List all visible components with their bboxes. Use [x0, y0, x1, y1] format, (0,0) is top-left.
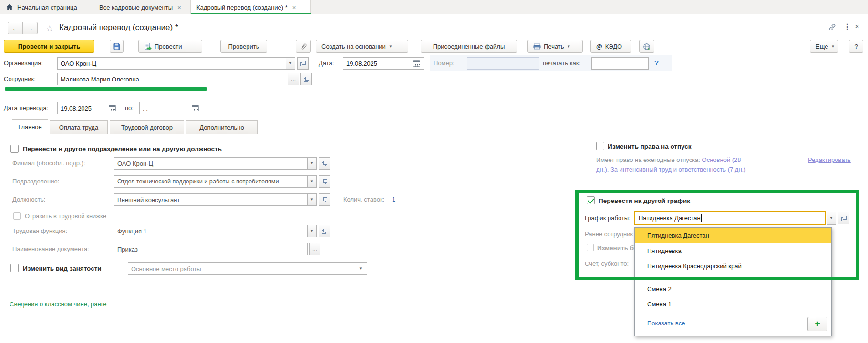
list-item[interactable]: Пятидневка Дагестан — [635, 228, 831, 243]
list-item[interactable]: Смена 2 — [635, 281, 831, 296]
text-cursor — [701, 214, 702, 222]
rank-info-link[interactable]: Сведения о классном чине, ранге — [10, 298, 106, 311]
employee-input[interactable]: Маликова Мария Олеговна — [57, 73, 286, 85]
link-icon — [828, 23, 837, 31]
position-open-button[interactable] — [319, 193, 330, 206]
tab-pay[interactable]: Оплата труда — [50, 120, 108, 134]
work-schedule-dropdown-button[interactable]: ▼ — [827, 212, 836, 225]
labor-function-input[interactable]: Функция 1 — [114, 225, 308, 237]
work-schedule-input[interactable]: Пятидневка Дагестан — [634, 211, 826, 225]
chevron-down-icon: ▼ — [310, 198, 314, 202]
date-input[interactable]: 19.08.2025 — [343, 57, 424, 70]
position-dropdown-button[interactable]: ▼ — [308, 193, 317, 206]
printer-icon — [533, 43, 541, 50]
chevron-down-icon: ▼ — [831, 45, 835, 49]
employee-select-button[interactable]: ... — [288, 73, 299, 85]
kebab-menu-icon: ⋮ — [843, 22, 851, 31]
divider — [636, 314, 830, 314]
print-button[interactable]: Печать▼ — [527, 40, 583, 53]
tab-home-page[interactable]: Начальная страница — [0, 0, 93, 14]
vacation-entitlement-line2[interactable]: дн.), За интенсивный труд и ответственно… — [596, 165, 746, 174]
globe-icon — [643, 43, 651, 50]
list-item[interactable]: Пятидневка — [635, 243, 831, 258]
check-button[interactable]: Проверить — [220, 40, 267, 53]
list-item[interactable]: Пятидневка Краснодарский край — [635, 258, 831, 273]
labor-function-dropdown-button[interactable]: ▼ — [308, 225, 317, 237]
date-label: Дата: — [319, 57, 334, 70]
close-icon[interactable]: × — [177, 4, 181, 11]
get-link-button[interactable] — [828, 23, 837, 33]
number-input[interactable] — [467, 57, 539, 70]
vacation-entitlement-line1: Имеет право на ежегодные отпуска: Основн… — [596, 155, 741, 165]
doc-name-select-button[interactable]: ... — [309, 243, 320, 255]
employment-type-checkbox[interactable] — [10, 264, 19, 272]
close-form-button[interactable]: × — [855, 22, 859, 31]
department-open-button[interactable] — [319, 175, 330, 188]
tab-main[interactable]: Главное — [12, 119, 48, 134]
web-service-button[interactable] — [639, 40, 654, 53]
employee-highlight-underline — [5, 87, 207, 91]
post-button[interactable]: Провести — [138, 40, 202, 53]
work-schedule-dropdown-list: Пятидневка Дагестан Пятидневка Пятидневк… — [634, 227, 832, 336]
forward-button[interactable]: → — [22, 22, 38, 34]
print-as-input[interactable] — [591, 57, 649, 70]
chevron-down-icon: ▼ — [389, 45, 393, 49]
labor-function-open-button[interactable] — [319, 225, 330, 237]
organization-dropdown-button[interactable]: ▼ — [286, 57, 295, 70]
date-calendar-button[interactable] — [413, 60, 420, 69]
branch-dropdown-button[interactable]: ▼ — [308, 157, 317, 170]
more-menu-button[interactable]: ⋮ — [843, 22, 851, 32]
tab-all-hr-documents[interactable]: Все кадровые документы × — [93, 0, 191, 14]
open-icon — [322, 161, 327, 166]
create-on-basis-button[interactable]: Создать на основании▼ — [316, 40, 408, 53]
work-schedule-open-button[interactable] — [838, 212, 849, 224]
branch-open-button[interactable] — [319, 157, 330, 170]
doc-name-input[interactable]: Приказ — [114, 243, 308, 255]
work-schedule-label: График работы: — [585, 212, 630, 224]
number-label: Номер: — [434, 57, 455, 70]
post-and-close-button[interactable]: Провести и закрыть — [4, 40, 94, 53]
close-icon: × — [855, 22, 859, 31]
branch-input[interactable]: ОАО Крон-Ц — [114, 157, 308, 170]
employment-type-select[interactable]: Основное место работы — [128, 262, 367, 275]
attach-button[interactable] — [296, 40, 311, 53]
change-schedule-checkbox[interactable] — [587, 196, 595, 204]
rates-value-link[interactable]: 1 — [392, 193, 395, 206]
list-item[interactable]: Смена 1 — [635, 296, 831, 312]
workbook-checkbox[interactable] — [13, 212, 21, 220]
add-schedule-button[interactable]: + — [807, 317, 827, 331]
position-input[interactable]: Внешний консультант — [114, 193, 308, 206]
vacation-rights-checkbox[interactable] — [596, 142, 604, 150]
favorite-star-icon[interactable]: ☆ — [46, 23, 53, 34]
tab-additional[interactable]: Дополнительно — [186, 120, 258, 134]
attached-files-button[interactable]: Присоединенные файлы — [421, 40, 517, 53]
organization-open-button[interactable] — [297, 57, 309, 70]
vacation-entitlement-link[interactable]: Основной (28 — [702, 156, 741, 163]
tab-personnel-transfer[interactable]: Кадровый перевод (создание) * × — [191, 0, 311, 14]
save-button[interactable] — [110, 40, 124, 53]
print-as-help-link[interactable]: ? — [654, 59, 659, 67]
ellipsis-icon: ... — [291, 76, 296, 82]
chevron-down-icon[interactable]: ▼ — [359, 267, 362, 271]
open-icon — [322, 229, 327, 234]
back-button[interactable]: ← — [8, 22, 23, 34]
print-as-label: печатать как: — [543, 57, 580, 70]
transfer-department-checkbox[interactable] — [10, 145, 19, 153]
transfer-date-calendar-button[interactable] — [109, 105, 116, 113]
show-all-link[interactable]: Показать все — [647, 320, 685, 327]
employee-open-button[interactable] — [300, 73, 312, 85]
department-dropdown-button[interactable]: ▼ — [308, 175, 317, 188]
department-input[interactable]: Отдел технической поддержки и работы с п… — [114, 175, 308, 188]
organization-input[interactable]: ОАО Крон-Ц — [57, 57, 286, 70]
tab-labor-contract[interactable]: Трудовой договор — [110, 120, 184, 134]
accounting-checkbox[interactable] — [587, 244, 594, 251]
open-icon — [300, 61, 306, 66]
close-icon[interactable]: × — [292, 4, 296, 11]
more-actions-button[interactable]: Еще▼ — [810, 40, 838, 53]
kedo-button[interactable]: @ КЭДО — [590, 40, 631, 53]
employment-type-checkbox-label: Изменить вид занятости — [23, 264, 102, 273]
transfer-to-calendar-button[interactable] — [192, 105, 199, 113]
help-button[interactable]: ? — [849, 40, 863, 53]
edit-vacation-link[interactable]: Редактировать — [808, 156, 851, 163]
branch-label: Филиал (обособл. подр.): — [12, 157, 85, 170]
